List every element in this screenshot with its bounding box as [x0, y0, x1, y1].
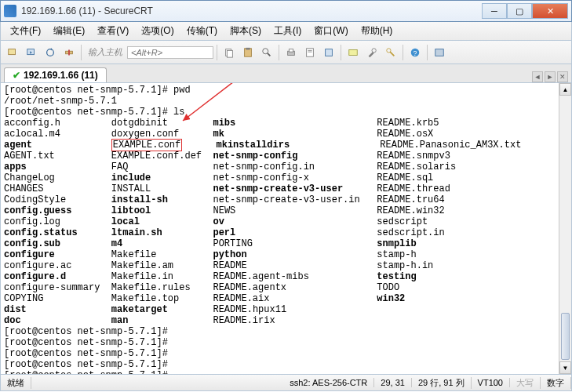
minimize-button[interactable]: ─ — [482, 3, 507, 19]
svg-rect-16 — [326, 49, 333, 56]
connected-check-icon: ✔ — [13, 70, 20, 81]
maximize-button[interactable]: ▢ — [507, 3, 532, 19]
close-button[interactable]: ✕ — [532, 3, 568, 19]
svg-rect-12 — [289, 49, 293, 52]
log-icon[interactable] — [301, 44, 319, 61]
menu-tools[interactable]: 工具(I) — [268, 23, 308, 39]
window-title: 192.169.1.66 (11) - SecureCRT — [21, 5, 482, 16]
tools-icon[interactable] — [363, 44, 381, 61]
svg-point-18 — [372, 48, 376, 52]
toolbar: 输入主机 ? — [0, 41, 572, 64]
terminal-output: [root@centos net-snmp-5.7.1]# pwd /root/… — [1, 83, 571, 375]
menu-help[interactable]: 帮助(H) — [355, 23, 399, 39]
quick-connect-icon[interactable] — [23, 44, 40, 61]
scroll-down-icon[interactable]: ▼ — [559, 361, 571, 374]
status-size: 29 行, 91 列 — [412, 377, 472, 389]
help-icon[interactable]: ? — [406, 44, 424, 61]
menu-script[interactable]: 脚本(S) — [224, 23, 268, 39]
svg-point-9 — [263, 48, 268, 53]
scroll-up-icon[interactable]: ▲ — [559, 83, 571, 96]
find-icon[interactable] — [258, 44, 275, 61]
svg-rect-0 — [9, 49, 16, 54]
tab-label: 192.169.1.66 (11) — [24, 70, 98, 81]
toggle-icon[interactable] — [431, 44, 448, 61]
tabbar: ✔ 192.169.1.66 (11) ◄ ► ✕ — [0, 64, 572, 83]
scrollbar[interactable]: ▲ ▼ — [559, 83, 571, 374]
copy-icon[interactable] — [220, 44, 238, 61]
disconnect-icon[interactable] — [60, 44, 78, 61]
menu-file[interactable]: 文件(F) — [4, 23, 47, 39]
status-caps: 大写 — [510, 377, 541, 389]
menu-options[interactable]: 选项(O) — [135, 23, 180, 39]
session-tab[interactable]: ✔ 192.169.1.66 (11) — [4, 67, 107, 82]
scroll-thumb[interactable] — [561, 313, 570, 360]
window-titlebar: 192.169.1.66 (11) - SecureCRT ─ ▢ ✕ — [0, 0, 572, 22]
svg-line-20 — [390, 52, 394, 56]
host-input[interactable] — [127, 46, 213, 59]
svg-rect-8 — [246, 47, 250, 49]
terminal-pane[interactable]: [root@centos net-snmp-5.7.1]# pwd /root/… — [0, 83, 572, 375]
svg-line-10 — [268, 53, 271, 56]
menu-view[interactable]: 查看(V) — [91, 23, 135, 39]
app-icon — [4, 5, 16, 17]
svg-rect-23 — [435, 49, 444, 56]
status-position: 29, 31 — [374, 378, 412, 387]
properties-icon[interactable] — [320, 44, 337, 61]
status-term-type: VT100 — [472, 378, 510, 387]
svg-rect-17 — [349, 49, 358, 55]
paste-icon[interactable] — [239, 44, 257, 61]
tab-scroll-left[interactable]: ◄ — [532, 71, 543, 82]
menu-window[interactable]: 窗口(W) — [308, 23, 354, 39]
menubar: 文件(F) 编辑(E) 查看(V) 选项(O) 传输(T) 脚本(S) 工具(I… — [0, 22, 572, 41]
svg-text:?: ? — [414, 49, 417, 56]
tab-scroll-right[interactable]: ► — [545, 71, 556, 82]
status-ssh: ssh2: AES-256-CTR — [283, 378, 374, 387]
status-ready: 就绪 — [1, 377, 31, 389]
menu-transfer[interactable]: 传输(T) — [180, 23, 224, 39]
print-icon[interactable] — [282, 44, 300, 61]
session-options-icon[interactable] — [344, 44, 362, 61]
menu-edit[interactable]: 编辑(E) — [47, 23, 91, 39]
tab-close[interactable]: ✕ — [557, 71, 568, 82]
status-num: 数字 — [541, 377, 571, 389]
host-label: 输入主机 — [85, 46, 126, 58]
key-icon[interactable] — [382, 44, 399, 61]
status-bar: 就绪 ssh2: AES-256-CTR 29, 31 29 行, 91 列 V… — [0, 375, 572, 391]
connect-icon[interactable] — [4, 44, 21, 61]
svg-point-2 — [47, 49, 54, 56]
reconnect-icon[interactable] — [42, 44, 59, 61]
svg-rect-6 — [227, 50, 232, 57]
svg-rect-13 — [307, 48, 314, 56]
